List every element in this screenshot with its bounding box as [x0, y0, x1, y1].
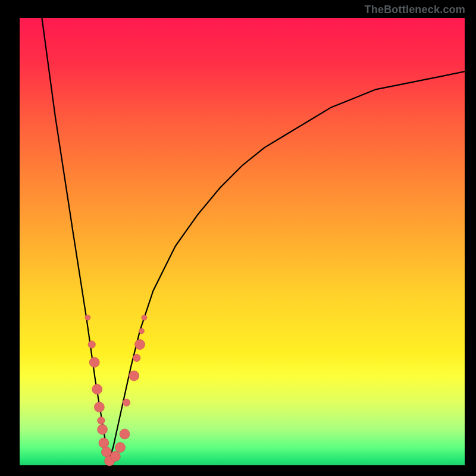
marker-dot — [92, 384, 102, 394]
marker-dot — [110, 452, 120, 462]
marker-dot — [101, 447, 111, 457]
marker-dot — [99, 438, 109, 448]
marker-dot — [135, 340, 145, 350]
marker-dot — [129, 371, 139, 381]
marker-dot — [89, 358, 99, 368]
marker-dot — [133, 354, 140, 361]
marker-dot — [142, 315, 147, 320]
marker-dot — [98, 424, 108, 434]
marker-dot — [139, 328, 145, 334]
marker-dot — [94, 402, 104, 412]
marker-dot — [115, 442, 126, 452]
chart-svg — [0, 0, 476, 476]
marker-dot — [85, 315, 90, 320]
outer-frame: TheBottleneck.com — [0, 0, 476, 476]
bottleneck-curve — [42, 18, 465, 461]
marker-dot — [120, 429, 130, 439]
marker-dot — [88, 341, 95, 348]
marker-dot — [123, 399, 130, 406]
marker-dot — [98, 417, 105, 424]
